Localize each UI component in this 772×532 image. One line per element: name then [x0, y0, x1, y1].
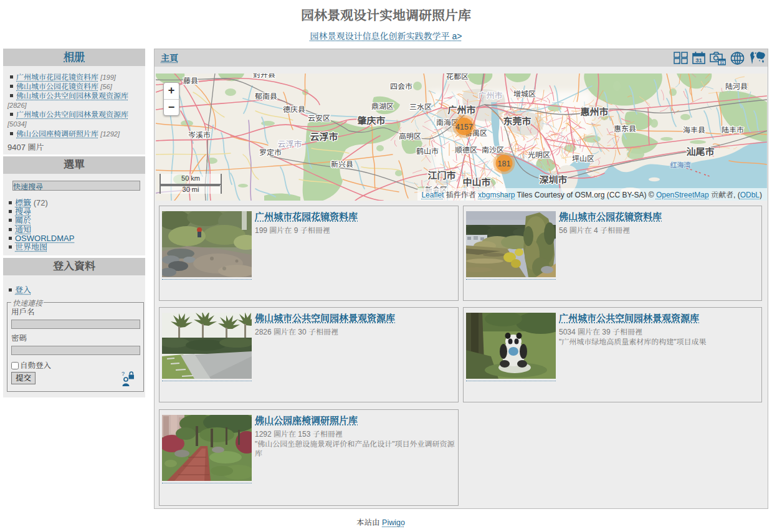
- svg-text:?: ?: [122, 371, 125, 377]
- svg-text:惠东县: 惠东县: [614, 123, 636, 133]
- svg-text:陆河县: 陆河县: [725, 80, 748, 91]
- svg-text:惠州市: 惠州市: [580, 105, 608, 118]
- svg-text:陆丰市: 陆丰市: [722, 124, 744, 135]
- svg-text:云安区: 云安区: [308, 112, 330, 123]
- svg-text:广州市: 广州市: [447, 103, 475, 116]
- svg-text:广州市: 广州市: [478, 89, 502, 101]
- svg-text:云浮市: 云浮市: [310, 130, 338, 143]
- svg-text:岑溪市: 岑溪市: [188, 129, 211, 140]
- svg-text:郁南县: 郁南县: [255, 90, 277, 101]
- svg-text:汕尾市: 汕尾市: [686, 145, 714, 158]
- svg-text:31: 31: [695, 57, 702, 64]
- svg-text:红海湾: 红海湾: [670, 159, 691, 169]
- svg-text:德庆县: 德庆县: [283, 103, 305, 114]
- svg-text:高明区: 高明区: [399, 130, 421, 141]
- svg-text:深圳市: 深圳市: [539, 173, 567, 186]
- svg-text:顺德区: 顺德区: [455, 144, 477, 154]
- svg-text:三水区: 三水区: [409, 101, 432, 112]
- svg-text:181: 181: [498, 159, 511, 168]
- svg-text:坪山区: 坪山区: [572, 153, 594, 163]
- svg-text:封开县: 封开县: [253, 74, 275, 79]
- svg-text:海丰县: 海丰县: [683, 124, 705, 135]
- svg-text:4157: 4157: [455, 123, 473, 131]
- svg-text:东莞市: 东莞市: [503, 114, 531, 127]
- svg-text:31: 31: [720, 60, 725, 65]
- svg-text:肇庆市: 肇庆市: [357, 113, 385, 126]
- svg-text:江门市: 江门市: [427, 168, 455, 181]
- svg-text:云浮市: 云浮市: [277, 138, 302, 150]
- svg-text:鹤山市: 鹤山市: [416, 145, 439, 156]
- svg-text:花都区: 花都区: [446, 74, 469, 81]
- svg-text:增城区: 增城区: [513, 88, 536, 98]
- svg-text:四会市: 四会市: [390, 80, 412, 91]
- svg-text:藤县: 藤县: [183, 75, 198, 85]
- svg-text:新兴县: 新兴县: [331, 158, 353, 169]
- svg-text:光明区: 光明区: [528, 149, 550, 159]
- svg-text:中山市: 中山市: [462, 175, 490, 188]
- svg-text:鼎湖区: 鼎湖区: [371, 100, 394, 111]
